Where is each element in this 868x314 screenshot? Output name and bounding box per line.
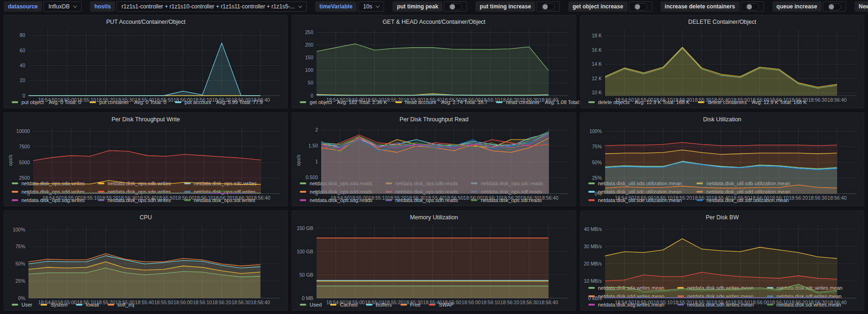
x-tick-label: 18:55:00	[634, 97, 653, 103]
x-tick-label: 18:56:00	[173, 300, 193, 305]
var-hostls: hostls r1z1s1-controller + r1z1s10-contr…	[90, 1, 307, 12]
x-tick-label: 18:55:20	[96, 97, 115, 103]
chart-get-head[interactable]: 05010015020025018:54:5018:55:0018:55:101…	[295, 26, 572, 98]
var-hostls-select[interactable]: r1z1s1-controller + r1z1s10-controller +…	[117, 1, 307, 12]
x-tick-label: 18:56:10	[769, 300, 788, 305]
put-timing-peak-switch[interactable]	[444, 1, 467, 12]
y-tick-label: 40 MB/s	[584, 226, 602, 232]
x-tick-label: 18:55:10	[365, 97, 384, 103]
chart-put[interactable]: 02040608018:54:5018:55:0018:55:1018:55:2…	[7, 26, 284, 98]
y-tick-label: 2	[315, 127, 318, 133]
panel-disk-util: Disk Utilization 0%25%50%75%100%18:54:50…	[580, 112, 864, 206]
x-tick-label: 18:55:50	[154, 300, 173, 305]
var-hostls-value: r1z1s1-controller + r1z1s10-controller +…	[122, 3, 295, 10]
panel-title[interactable]: DELETE Container/Object	[584, 17, 861, 26]
x-tick-label: 18:55:50	[156, 195, 175, 201]
x-tick-label: 18:56:10	[769, 195, 788, 201]
x-tick-label: 18:55:00	[350, 195, 369, 201]
x-tick-label: 18:56:00	[750, 300, 769, 305]
y-tick-label: 0 MB	[302, 295, 314, 301]
chart-svg: 05010015020025018:54:5018:55:0018:55:101…	[295, 26, 572, 104]
panel-title[interactable]: PUT Account/Container/Object	[7, 17, 284, 26]
chart-svg: 0%25%50%75%100%18:54:5018:55:0018:55:101…	[7, 222, 284, 306]
var-time-variable: timeVariable 10s	[315, 1, 384, 12]
chart-disk-write[interactable]: 02500500075001000018:54:5018:55:0018:55:…	[7, 124, 284, 179]
x-tick-label: 18:55:20	[673, 97, 692, 103]
chart-disk-read[interactable]: 00.50011.50218:54:5018:55:0018:55:1018:5…	[295, 124, 572, 179]
x-tick-label: 18:56:20	[501, 97, 520, 103]
put-timing-increase-switch[interactable]	[537, 1, 560, 12]
y-tick-label: 2500	[19, 175, 30, 181]
x-tick-label: 18:55:10	[654, 195, 673, 201]
switch-track	[828, 3, 841, 10]
switch-track	[746, 3, 759, 10]
panel-title[interactable]: Per Disk Throughput Read	[295, 115, 572, 124]
y-axis-label: ops/s	[296, 155, 301, 166]
x-tick-label: 18:56:20	[212, 97, 231, 103]
y-tick-label: 30 MB/s	[584, 244, 602, 249]
x-tick-label: 18:54:50	[615, 97, 634, 103]
x-tick-label: 18:55:50	[442, 97, 462, 103]
x-tick-label: 18:56:40	[251, 300, 270, 305]
x-tick-label: 18:56:40	[539, 97, 558, 103]
y-tick-label: 150	[305, 55, 314, 60]
panel-title[interactable]: Memory Utilization	[295, 213, 572, 222]
x-tick-label: 18:56:20	[789, 195, 808, 201]
toggle-put-timing-increase: put timing increase	[475, 1, 560, 12]
get-object-increase-switch[interactable]	[629, 1, 652, 12]
switch-knob	[747, 4, 752, 9]
x-tick-label: 18:56:00	[750, 97, 769, 103]
x-tick-label: 18:55:30	[692, 97, 711, 103]
x-tick-label: 18:56:30	[520, 300, 539, 305]
y-tick-label: 14 K	[592, 61, 602, 67]
panel-title[interactable]: GET & HEAD Account/Container/Object	[295, 17, 572, 26]
x-tick-label: 18:56:40	[539, 195, 558, 201]
chevron-down-icon	[298, 4, 302, 7]
var-time-variable-select[interactable]: 10s	[358, 1, 384, 12]
panel-title[interactable]: Per Disk BW	[584, 213, 861, 222]
var-datasource-value: InfluxDB	[48, 3, 69, 10]
panel-title[interactable]: Per Disk Throughput Write	[7, 115, 284, 124]
toggle-queue-increase: queue increase	[772, 1, 846, 12]
chart-svg: 02040608018:54:5018:55:0018:55:1018:55:2…	[7, 26, 284, 104]
chart-cpu[interactable]: 0%25%50%75%100%18:54:5018:55:0018:55:101…	[7, 222, 284, 300]
switch-knob	[450, 4, 455, 9]
toggle-put-timing-peak-label: put timing peak	[393, 1, 442, 12]
x-tick-label: 18:55:10	[365, 300, 384, 305]
toggle-increase-delete-containers: increase delete containers	[661, 1, 764, 12]
y-tick-label: 20 MB/s	[584, 261, 602, 266]
chart-disk-util[interactable]: 0%25%50%75%100%18:54:5018:55:0018:55:101…	[584, 124, 861, 179]
y-tick-label: 60	[20, 48, 25, 53]
chart-delete[interactable]: 10 K12 K14 K16 K18 K18:54:5018:55:0018:5…	[584, 26, 861, 98]
x-tick-label: 18:55:40	[711, 195, 730, 201]
panel-title[interactable]: Disk Utilization	[584, 115, 861, 124]
x-tick-label: 18:55:40	[711, 97, 730, 103]
y-tick-label: 0%	[18, 295, 25, 301]
y-tick-label: 20	[20, 77, 25, 83]
y-tick-label: 5000	[19, 160, 30, 165]
increase-delete-containers-switch[interactable]	[741, 1, 764, 12]
x-tick-label: 18:55:50	[730, 195, 750, 201]
panel-title[interactable]: CPU	[7, 213, 284, 222]
var-datasource-select[interactable]: InfluxDB	[43, 1, 82, 12]
panel-disk-bw: Per Disk BW 0 kB/s10 MB/s20 MB/s30 MB/s4…	[580, 210, 864, 311]
y-tick-label: 25%	[15, 278, 25, 284]
x-tick-label: 18:55:30	[404, 97, 423, 103]
x-tick-label: 18:55:00	[346, 300, 365, 305]
x-tick-label: 18:55:00	[57, 300, 76, 305]
x-tick-label: 18:56:20	[213, 195, 232, 201]
chart-memory[interactable]: 0 MB50 GB100 GB150 GB18:54:5018:55:0018:…	[295, 222, 572, 300]
x-tick-label: 18:55:20	[673, 300, 692, 305]
y-tick-label: 0%	[594, 191, 601, 196]
y-tick-label: 75%	[592, 144, 602, 149]
y-tick-label: 100 GB	[297, 249, 314, 254]
switch-knob	[543, 4, 548, 9]
x-tick-label: 18:55:30	[692, 195, 711, 201]
chart-svg: 0 MB50 GB100 GB150 GB18:54:5018:55:0018:…	[295, 222, 572, 306]
toggle-new-annotation: New annotation	[854, 1, 868, 12]
y-tick-label: 100	[305, 67, 314, 73]
chart-disk-bw[interactable]: 0 kB/s10 MB/s20 MB/s30 MB/s40 MB/s18:54:…	[584, 222, 861, 284]
queue-increase-switch[interactable]	[823, 1, 846, 12]
dashboard-controls-bar: datasource InfluxDB hostls r1z1s1-contro…	[0, 0, 868, 13]
x-tick-label: 18:56:30	[521, 195, 540, 201]
